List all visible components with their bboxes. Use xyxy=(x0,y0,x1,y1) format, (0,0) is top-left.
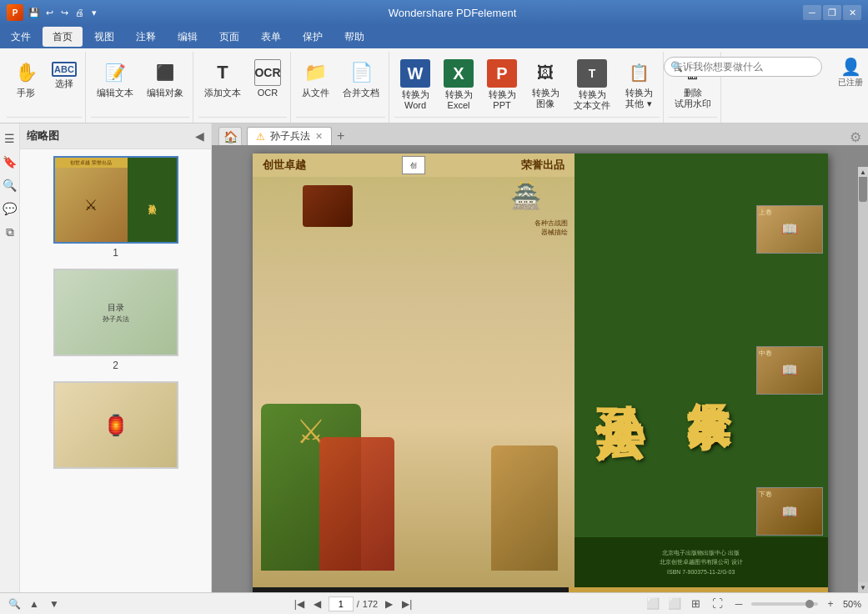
registered-area[interactable]: 👤 已注册 xyxy=(836,55,865,90)
edit-object-button[interactable]: ⬛ 编辑对象 xyxy=(141,55,189,103)
to-ppt-button[interactable]: P 转换为PPT xyxy=(481,55,523,115)
section-label-1 xyxy=(7,117,82,123)
quickaccess-redo[interactable]: ↪ xyxy=(57,5,72,20)
vertical-scrollbar[interactable] xyxy=(858,167,868,592)
doc-tabs: 🏠 ⚠ 孙子兵法 ✕ + ⚙ xyxy=(212,123,868,145)
thumbnail-3[interactable]: 🏮 xyxy=(27,381,204,469)
to-textfile-button[interactable]: T 转换为文本文件 xyxy=(568,55,616,115)
menu-home[interactable]: 首页 xyxy=(43,27,83,47)
view-double-button[interactable]: ⬜ xyxy=(666,596,683,611)
nav-first-button[interactable]: |◀ xyxy=(292,596,307,611)
section-label-6 xyxy=(669,117,717,123)
menu-help[interactable]: 帮助 xyxy=(334,27,374,47)
zoom-in-button[interactable]: + xyxy=(823,596,838,611)
nav-down-button[interactable]: ▼ xyxy=(47,596,62,611)
statusbar: 🔍 ▲ ▼ |◀ ◀ / 172 ▶ ▶| ⬜ ⬜ ⊞ ⛶ ─ + 50% xyxy=(0,592,868,614)
to-excel-button[interactable]: X 转换为Excel xyxy=(438,55,479,115)
hand-tool-button[interactable]: ✋ 手形 xyxy=(7,55,45,103)
tab-close-icon[interactable]: ✕ xyxy=(315,131,323,142)
add-buttons: T 添加文本 OCR OCR xyxy=(198,52,287,117)
left-strip: ☰ 🔖 🔍 💬 ⧉ xyxy=(0,123,20,592)
ocr-button[interactable]: OCR OCR xyxy=(248,55,287,103)
to-other-button[interactable]: 📋 转换为其他 ▾ xyxy=(618,55,660,113)
to-textfile-icon: T xyxy=(577,59,607,88)
quickaccess-save[interactable]: 💾 xyxy=(27,5,42,20)
search-icon: 🔍 xyxy=(670,61,683,73)
page-cover: 创世卓越 创 荣誉出品 ⚔ xyxy=(253,154,828,592)
object-top xyxy=(303,185,353,227)
zoom-slider[interactable] xyxy=(751,602,818,606)
merge-label: 合并文档 xyxy=(343,88,379,98)
to-word-button[interactable]: W 转换为Word xyxy=(394,55,436,115)
menu-protect[interactable]: 保护 xyxy=(293,27,333,47)
doc-home-button[interactable]: 🏠 xyxy=(218,127,242,145)
menu-comment[interactable]: 注释 xyxy=(126,27,166,47)
menu-edit[interactable]: 编辑 xyxy=(168,27,208,47)
publisher-info: 北京电子出版物出版中心 出版 北京创世卓越图书有限公司 设计 ISBN 7-90… xyxy=(574,537,828,587)
section-label-4 xyxy=(296,117,385,123)
thumbnail-1[interactable]: 创世卓越 荣誉出品 ⚔ 孙子兵法 1 xyxy=(27,156,204,259)
quickaccess-dropdown[interactable]: ▾ xyxy=(87,5,102,20)
nav-up-button[interactable]: ▲ xyxy=(27,596,42,611)
sidebar-toggle-button[interactable]: ◀ xyxy=(195,129,204,143)
settings-icon[interactable]: ⚙ xyxy=(850,129,861,145)
status-left: 🔍 ▲ ▼ xyxy=(7,596,62,611)
close-button[interactable]: ✕ xyxy=(843,5,861,20)
figure-center xyxy=(319,437,394,571)
strip-icon-search[interactable]: 🔍 xyxy=(2,177,18,194)
status-right: ⬜ ⬜ ⊞ ⛶ ─ + 50% xyxy=(645,596,861,611)
doc-page: 创世卓越 创 荣誉出品 ⚔ xyxy=(212,145,868,592)
ribbon-search-input[interactable] xyxy=(664,57,822,77)
banner-right: THE ART OF WAR BY SUNZI・孙子兵法经典故事・THE ART… xyxy=(569,587,828,592)
select-button[interactable]: ABC 选择 xyxy=(47,58,82,93)
add-text-button[interactable]: T 添加文本 xyxy=(198,55,247,103)
thumb-box-1: 创世卓越 荣誉出品 ⚔ 孙子兵法 xyxy=(53,156,178,244)
to-excel-label: 转换为Excel xyxy=(445,89,473,111)
zoom-out-button[interactable]: ─ xyxy=(731,596,746,611)
nav-last-button[interactable]: ▶| xyxy=(399,596,414,611)
add-tab-button[interactable]: + xyxy=(334,127,348,145)
registered-user-icon: 👤 xyxy=(840,57,861,77)
quickaccess-undo[interactable]: ↩ xyxy=(42,5,57,20)
nav-next-button[interactable]: ▶ xyxy=(381,596,396,611)
section-label-2 xyxy=(91,117,189,123)
strip-icon-pages[interactable]: ☰ xyxy=(2,130,18,147)
strip-icon-layers[interactable]: ⧉ xyxy=(2,224,18,240)
to-image-label: 转换为图像 xyxy=(532,88,559,109)
menu-file[interactable]: 文件 xyxy=(1,27,41,47)
to-image-button[interactable]: 🖼 转换为图像 xyxy=(524,55,566,113)
menu-page[interactable]: 页面 xyxy=(209,27,249,47)
view-single-button[interactable]: ⬜ xyxy=(645,596,661,611)
app-logo-icon: P xyxy=(7,4,23,21)
view-fullscreen-button[interactable]: ⛶ xyxy=(710,596,726,611)
minimize-button[interactable]: ─ xyxy=(803,5,821,20)
menu-form[interactable]: 表单 xyxy=(251,27,291,47)
menu-view[interactable]: 视图 xyxy=(84,27,124,47)
scroll-arrow-up[interactable]: ▲ xyxy=(858,167,868,177)
nav-prev-button[interactable]: ◀ xyxy=(310,596,325,611)
scroll-arrow-down[interactable]: ▼ xyxy=(858,582,868,592)
doc-tab-sunzi[interactable]: ⚠ 孙子兵法 ✕ xyxy=(247,127,332,145)
restore-button[interactable]: ❐ xyxy=(823,5,841,20)
from-file-button[interactable]: 📁 从文件 xyxy=(296,55,335,103)
merge-button[interactable]: 📄 合并文档 xyxy=(337,55,385,103)
current-page-input[interactable] xyxy=(329,596,354,611)
strip-icon-bookmark[interactable]: 🔖 xyxy=(2,154,18,170)
tab-label: 孙子兵法 xyxy=(270,129,310,143)
view-fit-button[interactable]: ⊞ xyxy=(688,596,705,611)
thumb-number-1: 1 xyxy=(113,247,118,259)
search-status-button[interactable]: 🔍 xyxy=(7,596,22,611)
thumbnail-2[interactable]: 目录孙子兵法 2 xyxy=(27,269,204,371)
section-label-3 xyxy=(198,117,287,123)
to-other-icon: 📋 xyxy=(625,59,652,86)
strip-icon-comment[interactable]: 💬 xyxy=(2,200,18,217)
main-title: 孙子兵法 xyxy=(595,367,643,374)
quickaccess-print[interactable]: 🖨 xyxy=(72,5,87,20)
to-other-label: 转换为其他 ▾ xyxy=(625,88,653,109)
cover-left-panel: 创世卓越 创 荣誉出品 ⚔ xyxy=(253,154,574,587)
sub-title: 经典故事 xyxy=(686,367,730,374)
convert-buttons: W 转换为Word X 转换为Excel P 转换为PPT 🖼 转换为图像 xyxy=(394,52,660,117)
publisher-text: 北京电子出版物出版中心 出版 北京创世卓越图书有限公司 设计 ISBN 7-90… xyxy=(660,548,743,576)
edit-text-button[interactable]: 📝 编辑文本 xyxy=(91,55,139,103)
to-ppt-icon: P xyxy=(487,59,517,88)
